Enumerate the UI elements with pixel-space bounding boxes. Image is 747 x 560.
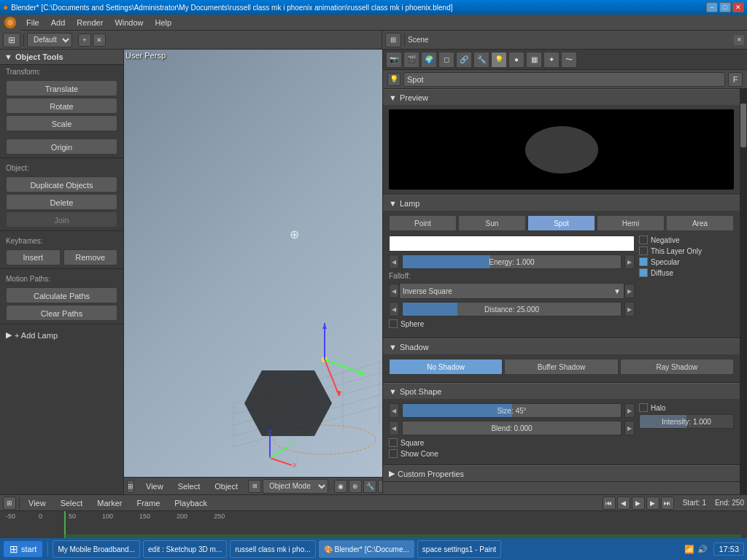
object-tools-header[interactable]: ▼ Object Tools (0, 50, 123, 65)
menu-add[interactable]: Add (45, 15, 71, 31)
energy-left-arrow[interactable]: ◀ (389, 254, 399, 269)
world-props-icon[interactable]: 🌍 (421, 52, 437, 68)
viewport-3d[interactable]: User Persp (124, 50, 382, 494)
maximize-button[interactable]: □ (719, 2, 731, 12)
local-btn[interactable]: ⊕ (349, 480, 362, 493)
constraint-props-icon[interactable]: 🔗 (456, 52, 472, 68)
ray-shadow-btn[interactable]: Ray Shadow (620, 359, 734, 375)
timeline-playback-menu[interactable]: Playback (169, 495, 213, 511)
close-button[interactable]: ✕ (732, 2, 744, 12)
blend-left-arrow[interactable]: ◀ (389, 421, 399, 435)
blend-right-arrow[interactable]: ▶ (624, 421, 635, 435)
lamp-sun-btn[interactable]: Sun (458, 215, 526, 231)
layout-select[interactable]: Default (27, 33, 72, 47)
energy-right-arrow[interactable]: ▶ (624, 254, 635, 269)
falloff-right-arrow[interactable]: ▶ (624, 284, 635, 298)
viewport-type-icon[interactable]: ⊞ (127, 480, 134, 493)
minimize-button[interactable]: − (706, 2, 718, 12)
scene-props-icon[interactable]: 🎬 (403, 52, 419, 68)
falloff-dropdown[interactable]: Inverse Square ▼ (399, 283, 624, 299)
properties-type-btn[interactable]: ⊞ (385, 33, 401, 47)
select-menu[interactable]: Select (172, 478, 206, 494)
lamp-name-input[interactable] (403, 72, 725, 87)
object-mode-select[interactable]: Object Mode (263, 479, 328, 494)
lamp-spot-btn[interactable]: Spot (527, 215, 595, 231)
spot-shape-header[interactable]: ▼ Spot Shape (383, 383, 740, 399)
scale-button[interactable]: Scale (6, 115, 117, 131)
insert-keyframe-button[interactable]: Insert (6, 249, 61, 265)
specular-checkbox[interactable] (639, 257, 648, 266)
delete-button[interactable]: Delete (6, 194, 117, 210)
pivot-btn[interactable]: ◉ (334, 480, 347, 493)
custom-props-header[interactable]: ▶ Custom Properties (383, 465, 740, 481)
duplicate-objects-button[interactable]: Duplicate Objects (6, 176, 117, 192)
lamp-color-bar[interactable] (389, 236, 635, 252)
remove-keyframe-button[interactable]: Remove (63, 249, 118, 265)
join-button[interactable]: Join (6, 211, 117, 228)
origin-button[interactable]: Origin (6, 139, 117, 155)
diffuse-checkbox[interactable] (639, 268, 648, 277)
taskbar-item-3[interactable]: 🎨 Blender* [C:\Docume... (319, 540, 414, 558)
render-props-icon[interactable]: 📷 (386, 52, 402, 68)
right-panel-scrollbar[interactable] (740, 89, 747, 494)
particles-props-icon[interactable]: ✦ (543, 52, 560, 68)
distance-left-arrow[interactable]: ◀ (389, 302, 399, 316)
lamp-fake-user-btn[interactable]: F (728, 72, 743, 87)
menu-help[interactable]: Help (150, 15, 178, 31)
show-cone-checkbox[interactable] (389, 449, 398, 458)
clear-paths-button[interactable]: Clear Paths (6, 305, 117, 321)
viewport-type-btn[interactable]: ⊞ (3, 33, 20, 47)
energy-slider[interactable]: Energy: 1.000 (402, 254, 622, 269)
prev-frame-btn[interactable]: ◀ (617, 497, 630, 510)
timeline-type-icon[interactable]: ⊞ (3, 497, 16, 510)
taskbar-item-1[interactable]: edit : Sketchup 3D m... (143, 540, 227, 558)
timeline-content[interactable]: -50 0 50 100 150 200 250 (0, 511, 747, 539)
lamp-header[interactable]: ▼ Lamp (383, 195, 740, 211)
taskbar-item-4[interactable]: space settings1 - Paint (417, 540, 501, 558)
taskbar-item-2[interactable]: russell class mk i pho... (230, 540, 315, 558)
shadow-header[interactable]: ▼ Shadow (383, 338, 740, 354)
falloff-left-arrow[interactable]: ◀ (389, 284, 399, 298)
distance-right-arrow[interactable]: ▶ (624, 302, 635, 316)
snap-btn[interactable]: 🔧 (363, 480, 376, 493)
lamp-area-btn[interactable]: Area (666, 215, 734, 231)
timeline-marker-menu[interactable]: Marker (91, 495, 128, 511)
texture-props-icon[interactable]: ▦ (526, 52, 542, 68)
sphere-checkbox[interactable] (389, 319, 398, 328)
modifier-props-icon[interactable]: 🔧 (473, 52, 489, 68)
menu-render[interactable]: Render (71, 15, 109, 31)
jump-start-btn[interactable]: ⏮ (603, 497, 616, 510)
scroll-thumb[interactable] (740, 104, 746, 147)
calculate-paths-button[interactable]: Calculate Paths (6, 287, 117, 303)
translate-button[interactable]: Translate (6, 80, 117, 96)
halo-checkbox[interactable] (639, 403, 648, 412)
play-btn[interactable]: ▶ (632, 497, 645, 510)
preview-header[interactable]: ▼ Preview (383, 89, 740, 105)
add-screen-btn[interactable]: + (78, 34, 91, 47)
object-props-icon[interactable]: ◻ (438, 52, 454, 68)
properties-close-btn[interactable]: ✕ (734, 35, 744, 45)
timeline-select-menu[interactable]: Select (55, 495, 89, 511)
size-left-arrow[interactable]: ◀ (389, 403, 399, 418)
jump-end-btn[interactable]: ⏭ (661, 497, 674, 510)
remove-screen-btn[interactable]: ✕ (93, 34, 106, 47)
buffer-shadow-btn[interactable]: Buffer Shadow (504, 359, 618, 375)
data-props-icon[interactable]: 💡 (491, 52, 507, 68)
next-frame-btn[interactable]: ▶ (646, 497, 659, 510)
taskbar-item-0[interactable]: My Mobile Broadband... (53, 540, 140, 558)
add-lamp-toggle[interactable]: ▶ + Add Lamp (0, 327, 123, 343)
size-slider[interactable]: Size: 45° (402, 403, 622, 418)
lamp-hemi-btn[interactable]: Hemi (597, 215, 665, 231)
menu-file[interactable]: File (20, 15, 45, 31)
menu-window[interactable]: Window (109, 15, 149, 31)
proportional-btn[interactable]: ⊙ (378, 480, 382, 493)
view-menu[interactable]: View (140, 478, 169, 494)
rotate-button[interactable]: Rotate (6, 98, 117, 114)
distance-slider[interactable]: Distance: 25.000 (402, 302, 622, 316)
square-checkbox[interactable] (389, 438, 398, 447)
timeline-frame-menu[interactable]: Frame (131, 495, 166, 511)
intensity-slider[interactable]: Intensity: 1.000 (639, 414, 734, 429)
blend-slider[interactable]: Blend: 0.000 (402, 421, 622, 435)
size-right-arrow[interactable]: ▶ (624, 403, 635, 418)
negative-checkbox[interactable] (639, 236, 648, 244)
